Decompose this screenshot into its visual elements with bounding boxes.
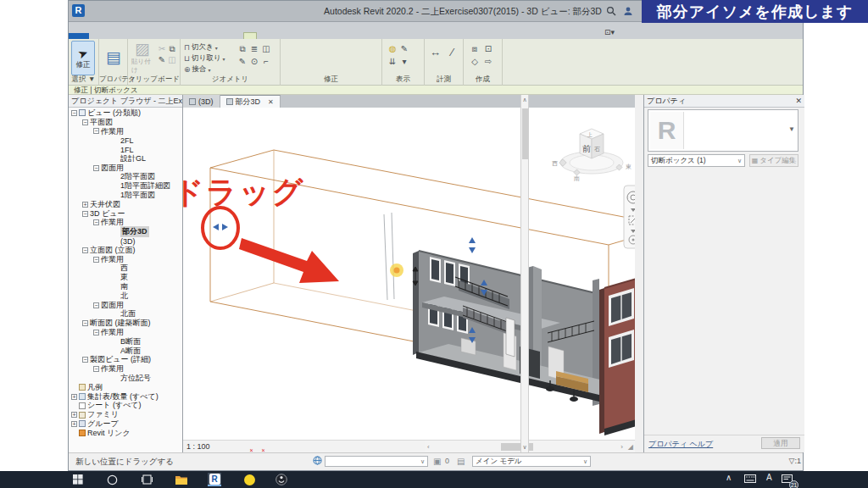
create-similar-icon[interactable]: ⊡ (481, 44, 495, 57)
create-assembly-icon[interactable]: ◇ (468, 57, 481, 69)
tree-item[interactable]: − 製図ビュー (詳細) (69, 356, 182, 365)
demolish-icon[interactable]: ⊙ (248, 57, 260, 69)
ribbon-tab[interactable] (160, 33, 172, 39)
navigation-bar[interactable] (624, 186, 635, 248)
undo-icon[interactable] (130, 3, 140, 19)
delete-icon[interactable] (355, 58, 367, 75)
array-icon[interactable] (355, 42, 367, 58)
tree-item[interactable]: − 立面図 (立面) (69, 246, 182, 255)
sign-in-icon[interactable] (623, 4, 633, 19)
tree-item[interactable]: − 3D ビュー (69, 209, 182, 219)
cope-icon[interactable]: ⊓切欠き▾ (184, 42, 225, 53)
rotate-icon[interactable] (308, 58, 320, 75)
ribbon-tab[interactable] (148, 33, 160, 39)
ribbon-tab[interactable] (69, 33, 89, 39)
ribbon-tab[interactable] (208, 33, 220, 39)
create-parts-icon[interactable]: ⇨ (481, 57, 495, 69)
close-icon[interactable]: ✕ (795, 97, 802, 105)
modify-button[interactable]: ➤ 修正 (71, 41, 95, 75)
cut-geometry-icon[interactable]: ⊔切り取り▾ (184, 53, 225, 64)
selection-filter[interactable]: ▽:1 (789, 457, 801, 465)
text-icon[interactable] (198, 3, 208, 19)
create-group-icon[interactable]: ⧈ (468, 44, 481, 57)
file-explorer-icon[interactable] (175, 473, 188, 486)
tree-item[interactable]: 2FL (69, 136, 182, 145)
expander-icon[interactable]: − (71, 110, 77, 116)
scroll-thumb[interactable] (522, 108, 528, 159)
ribbon-tab[interactable] (196, 33, 208, 39)
aligned-dimension-icon[interactable] (184, 3, 194, 19)
cut-icon[interactable]: ✂ (157, 44, 167, 55)
tree-item[interactable]: + ファミリ (69, 410, 182, 419)
measure-tool-icon[interactable]: ↔ (430, 46, 441, 58)
ribbon-tab[interactable] (172, 33, 184, 39)
ribbon-tab[interactable] (220, 33, 231, 39)
close-hidden-windows-icon[interactable] (252, 3, 262, 19)
notification-icon[interactable]: 21 (782, 474, 793, 485)
type-selector[interactable]: R ▼ (648, 109, 798, 152)
ribbon-tab[interactable] (89, 33, 101, 39)
panel-label-select[interactable]: 選択 ▼ (69, 75, 98, 85)
show-hidden-icons[interactable]: ∧ (726, 473, 732, 482)
design-option-dropdown[interactable]: メイン モデル ∨ (472, 456, 591, 467)
mirror-draw-icon[interactable] (320, 42, 331, 58)
unpin-icon[interactable] (331, 58, 343, 75)
match-type-icon[interactable]: ✎ (157, 55, 167, 66)
ribbon-tab[interactable] (113, 33, 125, 39)
task-view-icon[interactable] (140, 473, 153, 486)
section-icon[interactable] (225, 3, 235, 19)
worksets-icon[interactable] (313, 456, 322, 467)
expander-icon[interactable]: + (71, 412, 77, 418)
obs-icon[interactable] (275, 473, 288, 486)
scroll-up-icon[interactable]: ∧ (521, 97, 528, 103)
expander-icon[interactable]: + (71, 394, 77, 400)
split-icon[interactable] (331, 42, 343, 58)
ribbon-tab[interactable] (184, 33, 196, 39)
tree-item[interactable]: 方位記号 (69, 374, 182, 383)
ribbon-tab[interactable] (243, 32, 257, 39)
model-canvas[interactable]: 前 上 右 西 南 東 (183, 108, 635, 440)
tree-item[interactable]: 1階平面図 (69, 191, 182, 200)
design-options-icon[interactable]: ▤ (457, 457, 465, 466)
hide-elements-icon[interactable]: ⇊ (387, 57, 398, 69)
save-icon[interactable] (116, 3, 126, 19)
expander-icon[interactable]: − (82, 320, 88, 326)
expander-icon[interactable]: − (93, 366, 99, 372)
filter-icon[interactable]: ◫ (167, 55, 177, 66)
tree-item[interactable]: + 天井伏図 (69, 200, 182, 209)
override-graphics-icon[interactable]: ✎ (398, 44, 410, 57)
expander-icon[interactable]: − (82, 211, 88, 217)
touch-keyboard-icon[interactable] (744, 474, 756, 485)
paste-button[interactable]: ▨ 貼り付け (131, 41, 153, 75)
dimension-tool-icon[interactable]: ∕ (448, 46, 457, 58)
beam-wall-icon[interactable]: ≣ (248, 44, 260, 57)
thin-lines-icon[interactable] (238, 3, 248, 19)
properties-button[interactable]: ▤ (104, 41, 123, 75)
default-3d-view-icon[interactable] (211, 3, 221, 19)
expander-icon[interactable]: − (93, 128, 99, 134)
hide-reveal-icon[interactable]: ◍ (387, 44, 398, 57)
revit-taskbar-icon[interactable]: R (208, 473, 221, 486)
tree-item[interactable]: − 断面図 (建築断面) (69, 319, 182, 328)
paint-icon[interactable]: ✎ (236, 57, 248, 69)
resize-grip-icon[interactable]: ◢ (628, 443, 633, 451)
project-browser-header[interactable]: プロジェクト ブラウザ - 二上Exercise... ✕ (69, 95, 182, 108)
ribbon-tab[interactable] (125, 33, 136, 39)
editable-only-icon[interactable]: ▣ (433, 457, 441, 466)
print-icon[interactable] (157, 3, 167, 19)
yellow-app-icon[interactable] (242, 473, 256, 486)
expander-icon[interactable]: − (93, 302, 99, 308)
start-button[interactable] (71, 473, 85, 486)
scroll-down-icon[interactable]: ∨ (521, 444, 528, 451)
scale-button[interactable]: 1 : 100 (186, 442, 210, 451)
offset-icon[interactable] (296, 42, 308, 58)
sun-marker[interactable] (390, 263, 403, 277)
ime-indicator[interactable]: A (766, 473, 772, 482)
move-icon[interactable] (284, 58, 296, 75)
tree-item[interactable]: 部分3D (69, 227, 182, 236)
ribbon-tab[interactable] (136, 33, 148, 39)
wall-joins-icon[interactable]: ◫ (260, 44, 272, 57)
tree-item[interactable]: シート (すべて) (69, 402, 182, 411)
split-face-icon[interactable]: ⌐ (260, 57, 272, 69)
trim-icon[interactable] (320, 58, 331, 75)
